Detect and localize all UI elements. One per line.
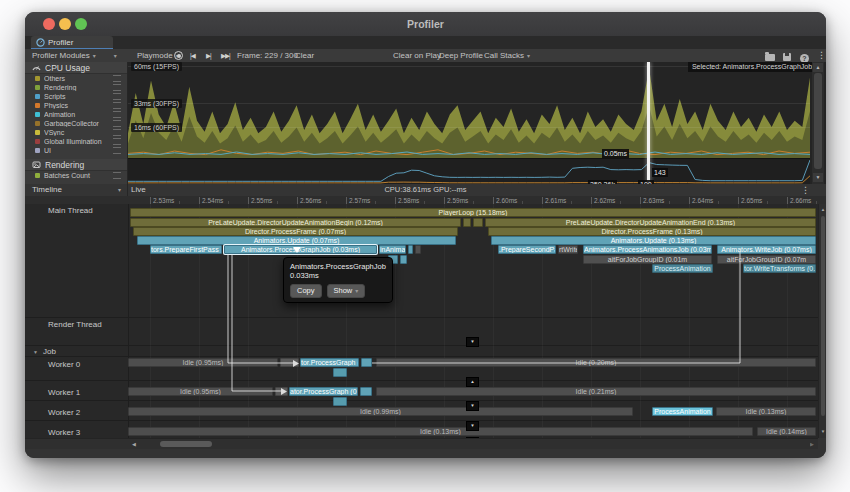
flow-event-marker[interactable]: ▼ — [466, 337, 479, 347]
next-frame-button[interactable]: ▶| — [206, 49, 211, 62]
deep-profile-button[interactable]: Deep Profile — [439, 49, 483, 62]
rendering-module-header[interactable]: Rendering — [25, 159, 127, 171]
drag-handle-icon[interactable] — [113, 102, 121, 109]
timeline-sample-bar[interactable]: ProcessAnimation — [652, 407, 713, 416]
idle-bar[interactable]: Idle (0.99ms) — [128, 407, 633, 416]
timeline-sample-bar[interactable]: Animators.Update (0.07ms) — [137, 236, 456, 245]
legend-item-scripts[interactable]: Scripts — [25, 92, 127, 101]
timeline-sample-bar[interactable] — [473, 218, 483, 227]
timeline-sample-bar[interactable] — [275, 387, 288, 396]
legend-item-garbagecollector[interactable]: GarbageCollector — [25, 119, 127, 128]
timeline-sample-bar[interactable] — [280, 358, 299, 367]
timeline-sample-bar[interactable]: inAnimat — [379, 245, 406, 254]
timeline-sample-bar[interactable]: Director.ProcessFrame (0.07ms) — [133, 227, 458, 236]
flow-event-marker[interactable]: ▼ — [466, 421, 479, 431]
idle-bar[interactable]: Idle (0.20ms) — [376, 358, 816, 367]
timeline-sample-bar[interactable]: PlayerLoop (15.18ms) — [130, 208, 816, 217]
thread-label-job[interactable]: Job — [43, 347, 56, 356]
scroll-down-icon[interactable]: ▼ — [819, 427, 826, 437]
legend-item-physics[interactable]: Physics — [25, 101, 127, 110]
flow-event-marker[interactable]: ▲ — [466, 377, 479, 387]
load-profile-button[interactable] — [765, 49, 775, 62]
rendering-chart-strip[interactable]: 143 250.26k 100 — [128, 158, 810, 184]
scroll-left-icon[interactable]: ◀ — [129, 439, 139, 449]
timeline-sample-bar[interactable] — [333, 368, 347, 377]
timeline-sample-bar[interactable]: aitForJobGroupID (0.07m — [717, 255, 816, 264]
clear-button[interactable]: Clear — [295, 49, 314, 62]
timeline-sample-bar[interactable]: tor.ProcessGraph (0. — [300, 358, 359, 367]
current-frame-button[interactable]: ▶▶| — [221, 49, 230, 62]
timeline-sample-bar[interactable]: tors.PrepareFirstPass (0. — [150, 245, 222, 254]
live-label[interactable]: Live — [131, 184, 146, 196]
prev-frame-button[interactable]: |◀ — [190, 49, 195, 62]
timeline-sample-bar[interactable]: PreLateUpdate.DirectorUpdateAnimationEnd… — [485, 218, 816, 227]
drag-handle-icon[interactable] — [113, 129, 121, 136]
scroll-down-icon[interactable]: ▼ — [813, 173, 823, 182]
idle-bar[interactable]: Idle (0.95ms) — [128, 358, 278, 367]
timeline-sample-bar[interactable] — [333, 397, 347, 406]
timeline-sample-bar[interactable]: aitForJobGroupID (0.01m — [583, 255, 712, 264]
selected-frame-line[interactable] — [647, 62, 650, 184]
timeline-sample-bar[interactable]: Director.ProcessFrame (0.13ms) — [488, 227, 816, 236]
thread-label-render-thread[interactable]: Render Thread — [48, 320, 102, 329]
chart-scrollbar[interactable]: ▲ ▼ — [812, 62, 824, 184]
scroll-up-icon[interactable]: ▲ — [813, 63, 823, 72]
show-dropdown-button[interactable]: Show▾ — [327, 284, 366, 298]
profiler-modules-dropdown[interactable]: Profiler Modules▾▾ — [32, 49, 117, 62]
foldout-triangle-icon[interactable]: ▼ — [33, 349, 38, 355]
timeline-sample-bar[interactable]: rtWrite — [558, 245, 578, 254]
drag-handle-icon[interactable] — [113, 138, 121, 145]
thread-label-worker-2[interactable]: Worker 2 — [48, 408, 80, 417]
idle-bar[interactable]: Idle (0.13ms) — [128, 427, 753, 436]
timeline-menu-button[interactable]: ⋮ — [801, 184, 810, 196]
scroll-right-icon[interactable]: ▶ — [807, 439, 817, 449]
cpu-usage-module-header[interactable]: CPU Usage — [25, 62, 127, 74]
drag-handle-icon[interactable] — [113, 120, 121, 127]
idle-bar[interactable]: Idle (0.95ms) — [128, 387, 273, 396]
timeline-sample-bar[interactable]: Animators.WriteJob (0.07ms) — [717, 245, 816, 254]
legend-item-animation[interactable]: Animation — [25, 110, 127, 119]
legend-item-batches-count[interactable]: Batches Count — [25, 171, 127, 180]
help-button[interactable]: ? — [800, 49, 809, 62]
idle-bar[interactable]: Idle (0.14ms) — [757, 427, 816, 436]
horizontal-scrollbar-thumb[interactable] — [160, 441, 212, 447]
save-profile-button[interactable] — [783, 49, 791, 62]
thread-label-main-thread[interactable]: Main Thread — [48, 206, 93, 215]
chart-scrollbar-thumb[interactable] — [814, 73, 822, 169]
legend-item-vsync[interactable]: VSync — [25, 128, 127, 137]
timeline-sample-bar[interactable] — [400, 255, 407, 264]
flow-event-marker[interactable]: ▼ — [466, 437, 479, 438]
timeline-sample-bar[interactable] — [415, 245, 421, 254]
playmode-dropdown[interactable]: Playmode▾ — [137, 49, 179, 62]
scroll-up-icon[interactable]: ▲ — [819, 205, 826, 215]
drag-handle-icon[interactable] — [113, 111, 121, 118]
legend-item-rendering[interactable]: Rendering — [25, 83, 127, 92]
legend-item-others[interactable]: Others — [25, 74, 127, 83]
drag-handle-icon[interactable] — [113, 75, 121, 82]
timeline-sample-bar[interactable]: Animators.ProcessAnimationsJob (0.03ms) — [583, 245, 712, 254]
timeline-sample-bar[interactable] — [408, 245, 413, 254]
drag-handle-icon[interactable] — [113, 84, 121, 91]
timeline-sample-bar[interactable]: Animators.Update (0.13ms) — [491, 236, 816, 245]
timeline-sample-bar[interactable]: ProcessAnimation — [652, 264, 713, 273]
thread-label-worker-1[interactable]: Worker 1 — [48, 388, 80, 397]
idle-bar[interactable]: Idle (0.21ms) — [376, 387, 816, 396]
timeline-vertical-scrollbar[interactable]: ▲ ▼ — [818, 204, 826, 438]
legend-item-ui[interactable]: UI — [25, 146, 127, 155]
clear-on-play-button[interactable]: Clear on Play — [393, 49, 441, 62]
legend-item-global-illumination[interactable]: Global Illumination — [25, 137, 127, 146]
timeline-sample-bar[interactable]: PreLateUpdate.DirectorUpdateAnimationBeg… — [130, 218, 461, 227]
drag-handle-icon[interactable] — [113, 172, 121, 179]
timeline-sample-bar[interactable]: .PrepareSecondPass — [498, 245, 556, 254]
timeline-horizontal-scrollbar[interactable]: ◀ ▶ — [128, 438, 818, 449]
vertical-scrollbar-thumb[interactable] — [821, 216, 825, 416]
window-titlebar[interactable]: Profiler — [25, 12, 826, 37]
idle-bar[interactable]: Idle (0.13ms) — [716, 407, 816, 416]
call-stacks-dropdown[interactable]: Call Stacks▾ — [484, 49, 530, 62]
timeline-sample-bar[interactable] — [360, 387, 372, 396]
chart-pane[interactable]: 60ms (15FPS) 33ms (30FPS) 16ms (60FPS) 1… — [128, 62, 826, 184]
record-button[interactable] — [174, 49, 183, 62]
timeline-sample-bar[interactable] — [361, 358, 372, 367]
window-menu-button[interactable]: ⋮ — [817, 49, 826, 62]
timeline-sample-bar[interactable]: tor.WriteTransforms (0. — [743, 264, 816, 273]
